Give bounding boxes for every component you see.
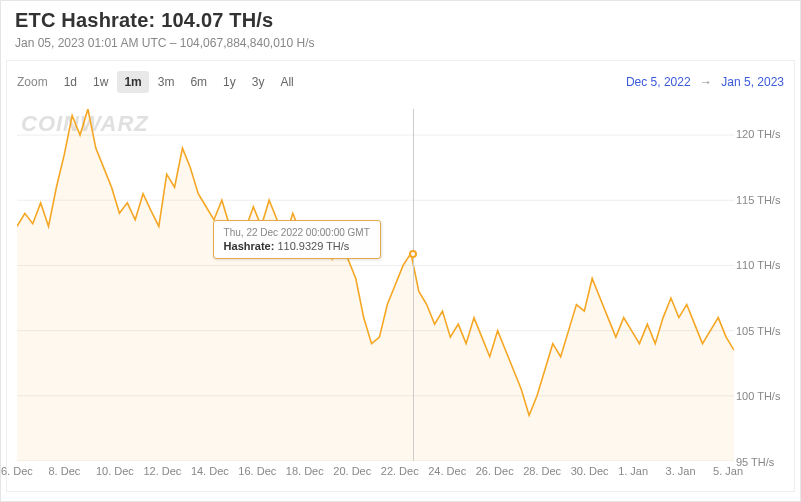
- x-tick-label: 8. Dec: [48, 465, 80, 477]
- x-axis: 6. Dec8. Dec10. Dec12. Dec14. Dec16. Dec…: [17, 465, 734, 483]
- zoom-all-button[interactable]: All: [273, 71, 300, 93]
- x-tick-label: 1. Jan: [618, 465, 648, 477]
- x-tick-label: 5. Jan: [713, 465, 743, 477]
- hover-marker: [409, 250, 417, 258]
- x-tick-label: 24. Dec: [428, 465, 466, 477]
- page-subtitle: Jan 05, 2023 01:01 AM UTC – 104,067,884,…: [15, 36, 786, 50]
- zoom-1w-button[interactable]: 1w: [86, 71, 115, 93]
- zoom-1m-button[interactable]: 1m: [117, 71, 148, 93]
- y-tick-label: 105 TH/s: [736, 325, 780, 337]
- page-title: ETC Hashrate: 104.07 TH/s: [15, 9, 786, 32]
- x-tick-label: 6. Dec: [1, 465, 33, 477]
- plot-area[interactable]: [17, 109, 734, 461]
- zoom-6m-button[interactable]: 6m: [183, 71, 214, 93]
- app-frame: ETC Hashrate: 104.07 TH/s Jan 05, 2023 0…: [0, 0, 801, 502]
- zoom-1d-button[interactable]: 1d: [57, 71, 84, 93]
- crosshair-line: [413, 109, 414, 461]
- chart-card: Zoom 1d 1w 1m 3m 6m 1y 3y All Dec 5, 202…: [6, 60, 795, 492]
- zoom-1y-button[interactable]: 1y: [216, 71, 243, 93]
- x-tick-label: 26. Dec: [476, 465, 514, 477]
- y-tick-label: 100 TH/s: [736, 390, 780, 402]
- zoom-3y-button[interactable]: 3y: [245, 71, 272, 93]
- x-tick-label: 14. Dec: [191, 465, 229, 477]
- x-tick-label: 30. Dec: [571, 465, 609, 477]
- x-tick-label: 28. Dec: [523, 465, 561, 477]
- y-tick-label: 120 TH/s: [736, 128, 780, 140]
- date-from: Dec 5, 2022: [626, 75, 691, 89]
- arrow-icon: →: [700, 75, 712, 89]
- x-tick-label: 20. Dec: [333, 465, 371, 477]
- y-axis: 95 TH/s100 TH/s105 TH/s110 TH/s115 TH/s1…: [736, 109, 790, 461]
- x-tick-label: 10. Dec: [96, 465, 134, 477]
- y-tick-label: 110 TH/s: [736, 259, 780, 271]
- y-tick-label: 115 TH/s: [736, 194, 780, 206]
- header: ETC Hashrate: 104.07 TH/s Jan 05, 2023 0…: [1, 1, 800, 60]
- x-tick-label: 18. Dec: [286, 465, 324, 477]
- zoom-label: Zoom: [17, 75, 48, 89]
- chart-svg: [17, 109, 734, 461]
- chart-toolbar: Zoom 1d 1w 1m 3m 6m 1y 3y All Dec 5, 202…: [7, 61, 794, 99]
- x-tick-label: 3. Jan: [666, 465, 696, 477]
- x-tick-label: 12. Dec: [143, 465, 181, 477]
- zoom-3m-button[interactable]: 3m: [151, 71, 182, 93]
- date-to: Jan 5, 2023: [721, 75, 784, 89]
- x-tick-label: 22. Dec: [381, 465, 419, 477]
- x-tick-label: 16. Dec: [238, 465, 276, 477]
- date-range[interactable]: Dec 5, 2022 → Jan 5, 2023: [626, 75, 784, 89]
